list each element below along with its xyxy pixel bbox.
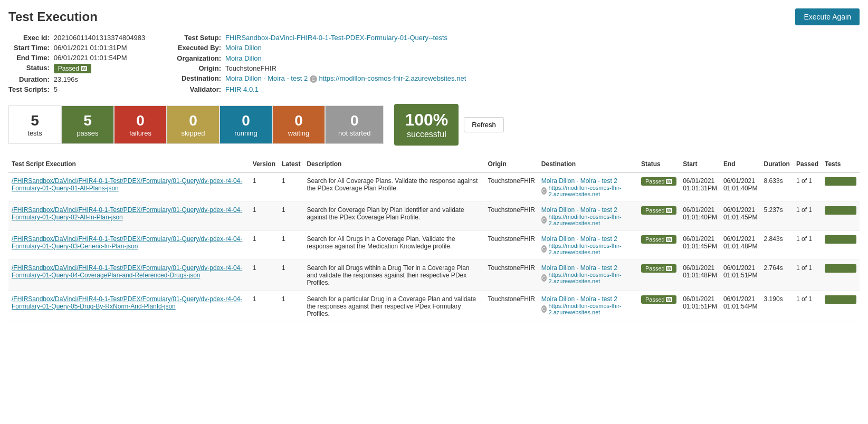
- cell-start: 06/01/202101:01:40PM: [680, 202, 720, 231]
- cell-version: 1: [250, 231, 279, 260]
- stat-failures: 0 failures: [114, 105, 167, 144]
- dest-c-badge: C: [541, 274, 547, 282]
- cell-duration: 8.633s: [761, 172, 793, 202]
- cell-end: 06/01/202101:01:48PM: [720, 231, 761, 260]
- dest-name-link[interactable]: Moira Dillon - Moira - test 2: [541, 177, 635, 185]
- cell-destination: Moira Dillon - Moira - test 2 C https://…: [538, 172, 638, 202]
- destination-name[interactable]: Moira Dillon - Moira - test 2: [225, 74, 308, 82]
- cell-latest: 1: [279, 172, 303, 202]
- col-version: Version: [250, 156, 279, 172]
- script-link[interactable]: /FHIRSandbox/DaVinci/FHIR4-0-1-Test/PDEX…: [12, 206, 242, 221]
- passed-badge: Passed W: [641, 177, 676, 186]
- col-description: Description: [303, 156, 484, 172]
- executed-by-label: Executed By:: [177, 44, 221, 52]
- script-link[interactable]: /FHIRSandbox/DaVinci/FHIR4-0-1-Test/PDEX…: [12, 295, 242, 310]
- cell-origin: TouchstoneFHIR: [484, 202, 538, 231]
- table-row: /FHIRSandbox/DaVinci/FHIR4-0-1-Test/PDEX…: [8, 291, 860, 322]
- cell-description: Search for all Drugs within a Drug Tier …: [303, 260, 484, 291]
- progress-bar: [825, 177, 856, 186]
- cell-end: 06/01/202101:01:54PM: [720, 291, 761, 322]
- cell-passed: 1 of 1: [793, 260, 822, 291]
- stat-waiting: 0 waiting: [272, 105, 325, 144]
- cell-description: Search for a particular Drug in a Covera…: [303, 291, 484, 322]
- dest-name-link[interactable]: Moira Dillon - Moira - test 2: [541, 235, 635, 243]
- table-row: /FHIRSandbox/DaVinci/FHIR4-0-1-Test/PDEX…: [8, 260, 860, 291]
- c-badge: C: [310, 75, 317, 83]
- cell-tests: [822, 260, 860, 291]
- col-status: Status: [638, 156, 680, 172]
- end-time-label: End Time:: [8, 54, 50, 62]
- execute-again-button[interactable]: Execute Again: [795, 8, 860, 25]
- script-link[interactable]: /FHIRSandbox/DaVinci/FHIR4-0-1-Test/PDEX…: [12, 235, 242, 250]
- dest-name-link[interactable]: Moira Dillon - Moira - test 2: [541, 295, 635, 303]
- cell-duration: 3.190s: [761, 291, 793, 322]
- dest-url[interactable]: https://modillon-cosmos-fhir-2.azurewebs…: [549, 303, 635, 315]
- cell-status: Passed W: [638, 172, 680, 202]
- col-latest: Latest: [279, 156, 303, 172]
- col-destination: Destination: [538, 156, 638, 172]
- cell-latest: 1: [279, 260, 303, 291]
- validator-value[interactable]: FHIR 4.0.1: [225, 85, 466, 93]
- cell-start: 06/01/202101:01:45PM: [680, 231, 720, 260]
- refresh-button[interactable]: Refresh: [464, 117, 504, 132]
- success-label: successful: [405, 130, 448, 139]
- cell-start: 06/01/202101:01:51PM: [680, 291, 720, 322]
- status-badge: Passed W: [54, 64, 92, 73]
- progress-bar: [825, 206, 856, 215]
- stats-row: 5 tests 5 passes 0 failures 0 skipped 0 …: [8, 104, 860, 146]
- cell-passed: 1 of 1: [793, 202, 822, 231]
- cell-destination: Moira Dillon - Moira - test 2 C https://…: [538, 231, 638, 260]
- dest-c-badge: C: [541, 187, 547, 195]
- progress-bar: [825, 264, 856, 273]
- stat-skipped: 0 skipped: [167, 105, 220, 144]
- passed-badge: Passed W: [641, 206, 676, 215]
- cell-latest: 1: [279, 202, 303, 231]
- destination-url[interactable]: https://modillon-cosmos-fhir-2.azurewebs…: [319, 74, 466, 82]
- test-scripts-value: 5: [54, 85, 146, 93]
- cell-destination: Moira Dillon - Moira - test 2 C https://…: [538, 291, 638, 322]
- dest-name-link[interactable]: Moira Dillon - Moira - test 2: [541, 264, 635, 272]
- dest-c-badge: C: [541, 245, 547, 253]
- script-link[interactable]: /FHIRSandbox/DaVinci/FHIR4-0-1-Test/PDEX…: [12, 264, 242, 279]
- executed-by-value[interactable]: Moira Dillon: [225, 44, 466, 52]
- stat-waiting-num: 0: [285, 112, 312, 129]
- dest-url[interactable]: https://modillon-cosmos-fhir-2.azurewebs…: [549, 214, 635, 226]
- test-setup-value[interactable]: FHIRSandbox-DaVinci-FHIR4-0-1-Test-PDEX-…: [225, 34, 466, 42]
- success-box: 100% successful: [394, 104, 459, 146]
- origin-value: TouchstoneFHIR: [225, 64, 466, 72]
- cell-duration: 2.764s: [761, 260, 793, 291]
- cell-duration: 2.843s: [761, 231, 793, 260]
- progress-bar: [825, 235, 856, 244]
- table-header-row: Test Script Execution Version Latest Des…: [8, 156, 860, 172]
- test-scripts-label: Test Scripts:: [8, 85, 50, 93]
- organization-value[interactable]: Moira Dillon: [225, 54, 466, 62]
- table-row: /FHIRSandbox/DaVinci/FHIR4-0-1-Test/PDEX…: [8, 231, 860, 260]
- cell-script: /FHIRSandbox/DaVinci/FHIR4-0-1-Test/PDEX…: [8, 231, 250, 260]
- duration-label: Duration:: [8, 75, 50, 83]
- cell-description: Search for Coverage Plan by Plan identif…: [303, 202, 484, 231]
- cell-description: Search for All Drugs in a Coverage Plan.…: [303, 231, 484, 260]
- dest-name-link[interactable]: Moira Dillon - Moira - test 2: [541, 206, 635, 214]
- start-time-value: 06/01/2021 01:01:31PM: [54, 44, 146, 52]
- col-tests: Tests: [822, 156, 860, 172]
- dest-url[interactable]: https://modillon-cosmos-fhir-2.azurewebs…: [549, 185, 635, 197]
- passed-badge: Passed W: [641, 295, 676, 304]
- cell-script: /FHIRSandbox/DaVinci/FHIR4-0-1-Test/PDEX…: [8, 260, 250, 291]
- cell-description: Search for All Coverage Plans. Validate …: [303, 172, 484, 202]
- cell-origin: TouchstoneFHIR: [484, 291, 538, 322]
- status-badge-text: Passed: [58, 65, 79, 72]
- origin-label: Origin:: [177, 64, 221, 72]
- page-title: Test Execution: [8, 9, 98, 24]
- cell-version: 1: [250, 291, 279, 322]
- cell-start: 06/01/202101:01:31PM: [680, 172, 720, 202]
- dest-url[interactable]: https://modillon-cosmos-fhir-2.azurewebs…: [549, 272, 635, 284]
- col-passed: Passed: [793, 156, 822, 172]
- script-link[interactable]: /FHIRSandbox/DaVinci/FHIR4-0-1-Test/PDEX…: [12, 177, 242, 192]
- cell-tests: [822, 172, 860, 202]
- cell-origin: TouchstoneFHIR: [484, 231, 538, 260]
- dest-url[interactable]: https://modillon-cosmos-fhir-2.azurewebs…: [549, 243, 635, 255]
- col-origin: Origin: [484, 156, 538, 172]
- cell-status: Passed W: [638, 202, 680, 231]
- cell-latest: 1: [279, 231, 303, 260]
- stat-passes: 5 passes: [61, 105, 114, 144]
